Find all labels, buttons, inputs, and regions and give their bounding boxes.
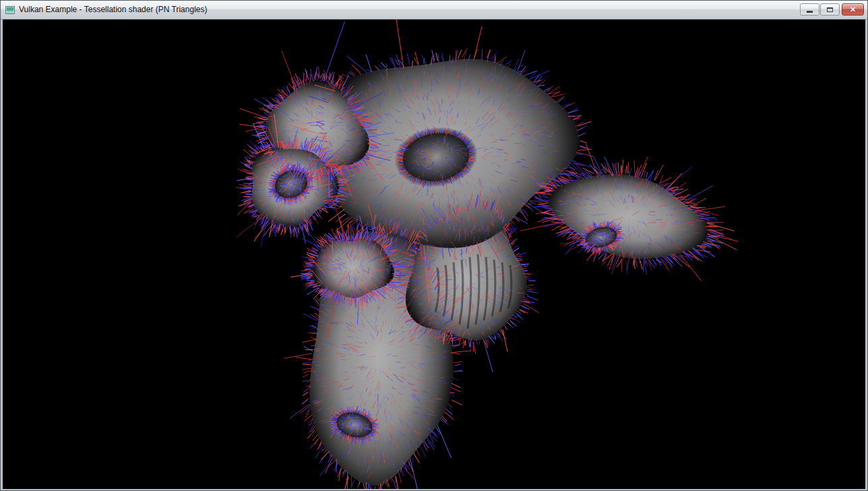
close-icon: ✕ — [850, 4, 856, 15]
maximize-icon — [827, 7, 833, 12]
window-title: Vulkan Example - Tessellation shader (PN… — [19, 1, 207, 19]
close-button[interactable]: ✕ — [842, 3, 864, 16]
minimize-icon — [807, 11, 813, 13]
minimize-button[interactable] — [800, 3, 819, 16]
render-viewport[interactable] — [3, 20, 865, 489]
window-controls: ✕ — [800, 3, 864, 16]
window-icon — [5, 5, 16, 16]
titlebar[interactable]: Vulkan Example - Tessellation shader (PN… — [1, 1, 867, 20]
client-area — [3, 20, 865, 489]
maximize-button[interactable] — [820, 3, 840, 16]
app-window: Vulkan Example - Tessellation shader (PN… — [0, 0, 868, 491]
